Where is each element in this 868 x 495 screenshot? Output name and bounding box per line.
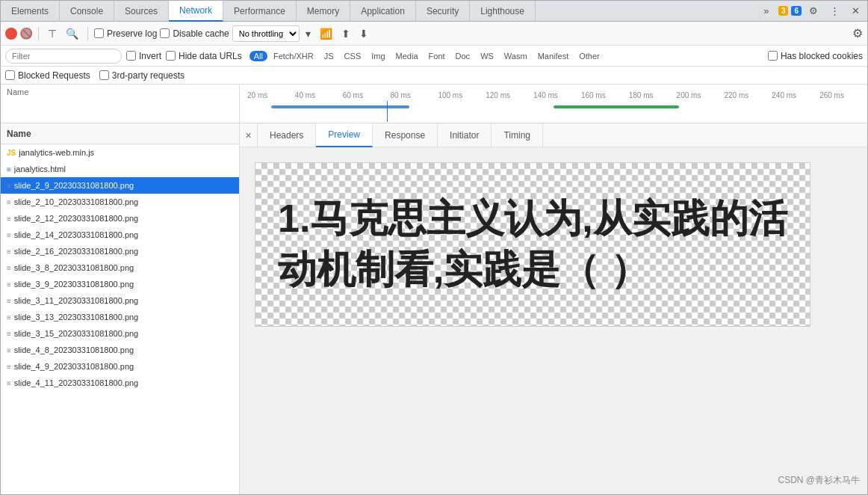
file-name: slide_3_13_20230331081800.png <box>14 313 138 322</box>
panel-tab-headers[interactable]: Headers <box>258 123 316 147</box>
settings-icon[interactable]: ⚙ <box>805 2 822 20</box>
file-name: slide_4_11_20230331081800.png <box>14 378 138 387</box>
filter-input[interactable] <box>5 49 122 64</box>
panel-tabs: × HeadersPreviewResponseInitiatorTiming <box>240 123 867 147</box>
close-panel-button[interactable]: × <box>240 123 258 147</box>
panel-tab-initiator[interactable]: Initiator <box>438 123 492 147</box>
blocked-requests-text: Blocked Requests <box>18 70 90 81</box>
upload-icon[interactable]: ⬆ <box>338 26 353 41</box>
file-name: slide_3_11_20230331081800.png <box>14 296 138 305</box>
file-type-icon: ≡ <box>7 280 11 289</box>
file-name: slide_4_8_20230331081800.png <box>14 345 134 354</box>
filter-tag-fetch/xhr[interactable]: Fetch/XHR <box>269 51 318 61</box>
list-item[interactable]: ≡slide_4_9_20230331081800.png <box>1 358 239 375</box>
has-blocked-cookies-checkbox[interactable] <box>768 51 778 61</box>
blocked-requests-label[interactable]: Blocked Requests <box>5 70 90 81</box>
main-content: Name JSjanalytics-web.min.js≡janalytics.… <box>1 123 867 494</box>
devtools-window: ElementsConsoleSourcesNetworkPerformance… <box>0 0 868 495</box>
filter-tag-all[interactable]: All <box>249 51 267 61</box>
blocked-requests-checkbox[interactable] <box>5 70 15 80</box>
third-party-label[interactable]: 3rd-party requests <box>99 70 185 81</box>
file-name: slide_4_9_20230331081800.png <box>14 362 134 371</box>
list-item[interactable]: ≡slide_3_11_20230331081800.png <box>1 292 239 309</box>
tab-bar-left: ElementsConsoleSourcesNetworkPerformance… <box>1 1 536 22</box>
timeline-bar-blue <box>271 105 409 108</box>
tick-label: 20 ms <box>247 91 295 99</box>
tab-item-network[interactable]: Network <box>169 1 223 22</box>
throttle-select[interactable]: No throttling <box>232 25 300 42</box>
filter-tag-css[interactable]: CSS <box>340 51 366 61</box>
clear-button[interactable]: 🚫 <box>20 28 32 40</box>
tab-item-memory[interactable]: Memory <box>297 1 350 22</box>
list-item[interactable]: ≡slide_4_8_20230331081800.png <box>1 342 239 358</box>
filter-tag-doc[interactable]: Doc <box>451 51 475 61</box>
tab-item-console[interactable]: Console <box>60 1 114 22</box>
tick-label: 200 ms <box>677 91 725 99</box>
invert-checkbox-label[interactable]: Invert <box>126 51 161 61</box>
file-type-icon: ≡ <box>7 231 11 239</box>
preserve-log-checkbox[interactable] <box>94 28 104 38</box>
resize-handle[interactable] <box>236 123 239 144</box>
filter-tag-media[interactable]: Media <box>391 51 423 61</box>
list-item[interactable]: JSjanalytics-web.min.js <box>1 144 239 161</box>
tab-item-security[interactable]: Security <box>416 1 470 22</box>
close-devtools-icon[interactable]: ✕ <box>846 2 864 20</box>
file-type-icon: ≡ <box>7 182 11 190</box>
list-item[interactable]: ≡slide_4_11_20230331081800.png <box>1 375 239 391</box>
filter-tag-img[interactable]: Img <box>367 51 389 61</box>
list-item[interactable]: ≡slide_3_15_20230331081800.png <box>1 325 239 342</box>
list-item[interactable]: ≡slide_2_14_20230331081800.png <box>1 227 239 243</box>
list-item[interactable]: ≡slide_2_9_20230331081800.png <box>1 177 239 194</box>
list-item[interactable]: ≡slide_2_12_20230331081800.png <box>1 210 239 227</box>
filter-tag-other[interactable]: Other <box>574 51 604 61</box>
wifi-icon[interactable]: 📶 <box>317 26 335 41</box>
record-button[interactable] <box>5 28 17 40</box>
disable-cache-checkbox[interactable] <box>160 28 170 38</box>
tab-item-lighthouse[interactable]: Lighthouse <box>470 1 536 22</box>
download-icon[interactable]: ⬇ <box>356 26 371 41</box>
list-item[interactable]: ≡slide_3_9_20230331081800.png <box>1 276 239 292</box>
file-name: slide_2_12_20230331081800.png <box>14 214 138 223</box>
tab-item-sources[interactable]: Sources <box>114 1 169 22</box>
timeline-ticks: 20 ms40 ms60 ms80 ms100 ms120 ms140 ms16… <box>240 84 867 101</box>
list-item[interactable]: ≡slide_3_13_20230331081800.png <box>1 309 239 325</box>
panel-tab-timing[interactable]: Timing <box>492 123 543 147</box>
panel-tab-preview[interactable]: Preview <box>316 123 373 147</box>
timeline-scale: 20 ms40 ms60 ms80 ms100 ms120 ms140 ms16… <box>240 84 867 123</box>
disable-cache-checkbox-label[interactable]: Disable cache <box>160 28 229 39</box>
hide-data-urls-checkbox-label[interactable]: Hide data URLs <box>166 51 242 61</box>
list-item[interactable]: ≡slide_3_8_20230331081800.png <box>1 259 239 276</box>
action-bar: 🚫 ⊤ 🔍 Preserve log Disable cache No thro… <box>1 22 867 46</box>
timeline-bars <box>240 101 867 122</box>
panel-tab-response[interactable]: Response <box>373 123 438 147</box>
filter-icon[interactable]: ⊤ <box>45 26 60 41</box>
gear-icon[interactable]: ⚙ <box>852 26 863 40</box>
timeline-marker-line <box>387 101 388 122</box>
list-item[interactable]: ≡slide_2_10_20230331081800.png <box>1 194 239 210</box>
tab-item-performance[interactable]: Performance <box>223 1 297 22</box>
filter-tag-manifest[interactable]: Manifest <box>533 51 574 61</box>
chevron-down-icon[interactable]: ▾ <box>303 26 314 41</box>
more-tabs-button[interactable]: » <box>757 2 775 20</box>
name-header-label: Name <box>7 129 31 139</box>
filter-tag-wasm[interactable]: Wasm <box>500 51 532 61</box>
hide-data-urls-checkbox[interactable] <box>166 51 176 61</box>
invert-checkbox[interactable] <box>126 51 136 61</box>
list-item[interactable]: ≡slide_2_16_20230331081800.png <box>1 243 239 259</box>
tab-item-elements[interactable]: Elements <box>1 1 60 22</box>
list-item[interactable]: ≡janalytics.html <box>1 161 239 177</box>
tick-label: 240 ms <box>772 91 819 99</box>
tab-item-application[interactable]: Application <box>350 1 416 22</box>
preserve-log-checkbox-label[interactable]: Preserve log <box>94 28 157 39</box>
third-party-checkbox[interactable] <box>99 70 109 80</box>
file-name: slide_2_10_20230331081800.png <box>14 197 138 206</box>
has-blocked-cookies-label[interactable]: Has blocked cookies <box>768 51 863 61</box>
filter-tag-js[interactable]: JS <box>320 51 338 61</box>
tick-label: 180 ms <box>629 91 677 99</box>
filter-tag-ws[interactable]: WS <box>476 51 498 61</box>
search-icon[interactable]: 🔍 <box>63 26 81 41</box>
invert-label: Invert <box>139 51 161 61</box>
tick-label: 80 ms <box>391 91 438 99</box>
more-options-icon[interactable]: ⋮ <box>825 2 843 20</box>
filter-tag-font[interactable]: Font <box>424 51 450 61</box>
